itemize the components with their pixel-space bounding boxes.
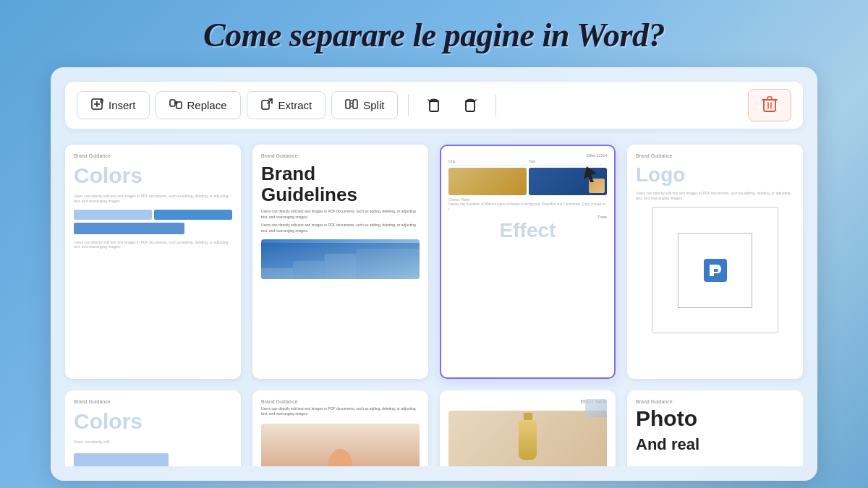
photo-title: PhotoAnd real bbox=[636, 406, 794, 454]
bottle-small-img bbox=[585, 399, 607, 417]
logo-title: Logo bbox=[636, 163, 794, 187]
svg-rect-4 bbox=[170, 100, 175, 106]
svg-rect-18 bbox=[261, 268, 293, 279]
split-label: Split bbox=[363, 99, 384, 111]
card-label-8: Brand Guidance bbox=[636, 399, 794, 404]
insert-label: Insert bbox=[109, 99, 136, 111]
svg-rect-10 bbox=[430, 101, 438, 111]
page-card-person-1[interactable]: Brand Guidance Users can directly edit t… bbox=[252, 390, 428, 466]
page-card-effect-1[interactable]: Effect 12314 One Two Cheese PlatterFlavo… bbox=[440, 145, 616, 379]
toolbar-divider-1 bbox=[408, 95, 409, 116]
split-button[interactable]: Split bbox=[331, 91, 398, 119]
swatch-bottom-1 bbox=[74, 453, 169, 466]
svg-rect-6 bbox=[262, 100, 269, 109]
colors-title-1: Colors bbox=[74, 163, 232, 188]
delete-button[interactable] bbox=[748, 89, 791, 121]
insert-button[interactable]: Insert bbox=[77, 91, 150, 119]
swatch-mid-1 bbox=[74, 223, 184, 234]
logo-box bbox=[652, 207, 778, 333]
toolbar-divider-2 bbox=[495, 95, 496, 116]
svg-rect-8 bbox=[353, 100, 357, 108]
card-label-2: Brand Guidance bbox=[261, 153, 420, 158]
bottle-shape bbox=[519, 420, 537, 460]
brand-title: BrandGuidelines bbox=[261, 163, 420, 205]
colors-title-2: Colors bbox=[74, 409, 232, 434]
rotate-right-button[interactable] bbox=[455, 90, 485, 121]
extract-button[interactable]: Extract bbox=[247, 91, 326, 119]
page-card-colors-2[interactable]: Brand Guidance Colors Users can directly… bbox=[65, 390, 241, 466]
extract-icon bbox=[260, 98, 273, 113]
pages-grid-top: Brand Guidance Colors Users can directly… bbox=[65, 145, 803, 379]
effect-card-label: Effect 12314 bbox=[448, 153, 607, 158]
brand-desc-1: Users can directly edit text and images … bbox=[261, 209, 420, 220]
svg-rect-20 bbox=[325, 254, 357, 279]
svg-marker-22 bbox=[584, 166, 597, 182]
card-label-6: Brand Guidance bbox=[261, 399, 420, 404]
person-desc: Users can directly edit text and images … bbox=[261, 406, 420, 416]
effect-img-yellow bbox=[448, 168, 527, 195]
effect-tag-two: Two bbox=[529, 159, 607, 166]
effect-big-title: Effect bbox=[448, 220, 607, 242]
logo-page-inner: Brand Guidance Logo Users can directly e… bbox=[629, 146, 801, 377]
svg-rect-19 bbox=[293, 261, 325, 279]
colors-desc-1: Users can directly edit text and images … bbox=[74, 194, 232, 204]
logo-icon-shape bbox=[704, 259, 727, 282]
title-area: Come separare le pagine in Word? bbox=[0, 0, 868, 67]
colors-desc-2: Users can directly edit bbox=[74, 440, 232, 445]
effect-cheese-text: Cheese PlatterFlavour has hundreds of di… bbox=[448, 198, 607, 212]
page-card-brand-1[interactable]: Brand Guidance BrandGuidelines Users can… bbox=[252, 145, 428, 379]
person-image bbox=[261, 424, 420, 466]
effect-tag-three: Three bbox=[448, 215, 607, 219]
card-label-4: Brand Guidance bbox=[636, 153, 794, 158]
rotate-right-icon bbox=[460, 95, 480, 116]
card-label-7: Effect Table bbox=[448, 399, 607, 404]
bottle-area bbox=[448, 411, 607, 466]
photo-page-inner: Brand Guidance PhotoAnd real bbox=[629, 392, 801, 466]
replace-icon bbox=[169, 98, 182, 113]
logo-inner-box bbox=[678, 233, 753, 308]
svg-rect-7 bbox=[346, 100, 350, 108]
color-swatches-1: Users can directly edit text and images … bbox=[74, 210, 232, 249]
colors-2-inner: Brand Guidance Colors Users can directly… bbox=[67, 392, 239, 466]
rotate-left-button[interactable] bbox=[419, 90, 449, 121]
pages-grid-bottom: Brand Guidance Colors Users can directly… bbox=[65, 390, 803, 466]
logo-desc: Users can directly edit text and images … bbox=[636, 191, 794, 201]
effect-tag-one: One bbox=[448, 159, 527, 166]
page-card-logo-1[interactable]: Brand Guidance Logo Users can directly e… bbox=[627, 145, 803, 379]
rotate-left-icon bbox=[424, 95, 444, 116]
toolbar: Insert Replace Extract bbox=[65, 82, 803, 129]
colors-page-inner: Brand Guidance Colors Users can directly… bbox=[67, 146, 239, 377]
page-title: Come separare le pagine in Word? bbox=[0, 16, 868, 54]
card-label-5: Brand Guidance bbox=[74, 399, 232, 404]
svg-rect-12 bbox=[764, 100, 775, 111]
replace-label: Replace bbox=[187, 99, 227, 111]
page-card-colors-1[interactable]: Brand Guidance Colors Users can directly… bbox=[65, 145, 241, 379]
svg-rect-21 bbox=[356, 249, 420, 279]
brand-stair-image bbox=[261, 239, 420, 279]
extract-label: Extract bbox=[278, 99, 312, 111]
app-container: Insert Replace Extract bbox=[51, 67, 817, 481]
swatch-footer-1: Users can directly edit text and images … bbox=[74, 240, 232, 249]
swatch-light bbox=[74, 210, 152, 220]
card-label-1: Brand Guidance bbox=[74, 153, 232, 158]
brand-page-inner: Brand Guidance BrandGuidelines Users can… bbox=[254, 146, 427, 377]
bottle-page-inner: Effect Table bbox=[441, 392, 614, 466]
split-icon bbox=[345, 98, 358, 113]
person-page-inner: Brand Guidance Users can directly edit t… bbox=[254, 392, 427, 466]
swatch-dark bbox=[154, 210, 232, 220]
brand-desc-2: Users can directly edit text and images … bbox=[261, 223, 420, 234]
page-card-bottle-1[interactable]: Effect Table bbox=[440, 390, 616, 466]
insert-icon bbox=[90, 98, 103, 113]
replace-button[interactable]: Replace bbox=[156, 91, 241, 119]
svg-rect-14 bbox=[767, 97, 772, 100]
svg-rect-11 bbox=[466, 101, 475, 111]
page-card-photo-1[interactable]: Brand Guidance PhotoAnd real bbox=[627, 390, 803, 466]
cursor-arrow bbox=[584, 166, 600, 185]
person-face bbox=[328, 449, 353, 466]
delete-icon bbox=[762, 95, 778, 115]
